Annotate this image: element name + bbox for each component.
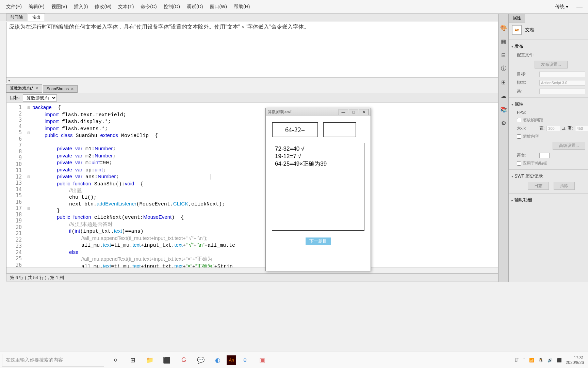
result-line: 19-12=7 √ — [275, 153, 361, 160]
task-view-icon[interactable]: ⊞ — [125, 353, 141, 367]
palette-icon[interactable]: 🎨 — [500, 24, 507, 31]
menu-window[interactable]: 窗口(W) — [206, 2, 230, 11]
swatches-icon[interactable]: ▦ — [500, 37, 507, 45]
minimize-icon[interactable]: — — [574, 2, 585, 11]
script-label: 脚本: — [517, 80, 537, 86]
result-output: 72-32=40 √ 19-12=7 √ 64-25=49×正确为39 — [272, 143, 364, 231]
accessibility-section[interactable]: ▸辅助功能 — [509, 196, 588, 204]
publish-section[interactable]: ▾发布 — [509, 42, 588, 51]
target-bar: 目标: 算数游戏.fla 🔍 ≡ ❓ — [6, 93, 583, 103]
menu-modify[interactable]: 修改(M) — [91, 2, 115, 11]
tray-icon[interactable]: ⬛ — [557, 358, 562, 363]
menu-control[interactable]: 控制(O) — [160, 2, 183, 11]
output-panel: 应该为在运行时可能编辑的任何文本嵌入字体，具有"使用设备字体"设置的文本除外。使… — [6, 22, 583, 83]
stage-label: 舞台: — [517, 152, 537, 158]
explorer-icon[interactable]: 📁 — [142, 353, 158, 367]
file-tab-label: 算数游戏.fla* — [10, 86, 33, 91]
menubar: 文件(F) 编辑(E) 视图(V) 插入(I) 修改(M) 文本(T) 命令(C… — [0, 0, 588, 14]
maximize-button[interactable]: □ — [349, 109, 358, 115]
status-bar: 第 6 行 ( 共 54 行 ) , 第 1 列 — [6, 273, 583, 281]
scale-frame-check[interactable] — [517, 118, 521, 122]
target-select[interactable]: 算数游戏.fla — [23, 94, 57, 102]
tab-timeline[interactable]: 时间轴 — [6, 13, 27, 21]
log-button[interactable]: 日志 — [528, 182, 549, 190]
script-input[interactable] — [539, 80, 585, 86]
library-icon[interactable]: 📚 — [500, 106, 507, 113]
close-button[interactable]: ✕ — [359, 109, 369, 115]
target-input[interactable] — [539, 72, 585, 77]
app-icon[interactable]: G — [176, 353, 192, 367]
dingtalk-icon[interactable]: ◐ — [210, 353, 226, 367]
next-button[interactable]: 下一题目 — [306, 237, 331, 245]
link-icon[interactable]: ⇄ — [562, 126, 566, 131]
transform-icon[interactable]: ⊞ — [500, 78, 507, 86]
clock[interactable]: 17:31 2020/8/26 — [566, 355, 584, 365]
taskbar: 在这里输入你要搜索的内容 ○ ⊞ 📁 ⬛ G 💬 ◐ An e ▣ 拼 ˄ 📶 … — [0, 352, 588, 368]
question-display: 64-22= — [272, 122, 318, 137]
menu-text[interactable]: 文本(T) — [115, 2, 137, 11]
menu-help[interactable]: 帮助(H) — [230, 2, 253, 11]
menu-insert[interactable]: 插入(I) — [70, 2, 91, 11]
volume-icon[interactable]: 🔊 — [548, 358, 553, 363]
properties-panel: 属性 An 文档 ▾发布 配置文件: 发布设置... 目标: 脚本: 类: ▾属… — [508, 14, 588, 282]
animate-icon[interactable]: An — [227, 355, 236, 365]
components-icon[interactable]: ⚙ — [500, 119, 507, 127]
app-icon[interactable]: ▣ — [254, 353, 270, 367]
layout-dropdown[interactable]: 传统 ▾ — [552, 3, 571, 11]
props-section[interactable]: ▾属性 — [509, 100, 588, 109]
publish-settings-button[interactable]: 发布设置... — [535, 61, 567, 68]
swf-preview-window: 算数游戏.swf — □ ✕ 64-22= 72-32=40 √ 19-12=7… — [265, 108, 371, 271]
size-label: 大小: — [517, 125, 537, 131]
pasteboard-check[interactable] — [517, 161, 521, 166]
swf-titlebar[interactable]: 算数游戏.swf — □ ✕ — [266, 108, 371, 116]
width-input[interactable] — [546, 126, 560, 131]
info-icon[interactable]: ⓘ — [500, 65, 507, 72]
config-label: 配置文件: — [517, 52, 537, 58]
clear-button[interactable]: 清除 — [554, 182, 575, 190]
menu-file[interactable]: 文件(F) — [3, 2, 25, 11]
class-input[interactable] — [539, 89, 585, 94]
app-icon[interactable]: ⬛ — [159, 353, 175, 367]
swf-title: 算数游戏.swf — [268, 109, 338, 115]
file-tab-label: SuanShu.as — [47, 87, 69, 91]
menu-view[interactable]: 视图(V) — [48, 2, 71, 11]
file-tab-fla[interactable]: 算数游戏.fla* ✕ — [6, 84, 42, 93]
tray-icon[interactable]: 🐧 — [538, 358, 543, 363]
menu-edit[interactable]: 编辑(E) — [25, 2, 48, 11]
tab-output[interactable]: 输出 — [28, 13, 45, 21]
search-input[interactable]: 在这里输入你要搜索的内容 — [2, 354, 104, 367]
answer-input[interactable] — [323, 122, 356, 137]
line-gutter: 1 2 3 4 5 6 7 8 9 10 11 12 13 14 15 16 1… — [6, 103, 26, 273]
target-label: 目标: — [517, 71, 537, 77]
edge-icon[interactable]: e — [237, 353, 253, 367]
system-tray: 拼 ˄ 📶 🐧 🔊 ⬛ 17:31 2020/8/26 — [515, 355, 588, 365]
ime-indicator[interactable]: 拼 — [515, 357, 519, 363]
height-input[interactable] — [575, 126, 588, 131]
network-icon[interactable]: 📶 — [529, 358, 534, 363]
right-dock: 🎨 ▦ ⊟ ⓘ ⊞ ☁ 📚 ⚙ — [498, 14, 508, 282]
scroll-left-icon[interactable]: ◂ — [6, 78, 11, 82]
output-text: 应该为在运行时可能编辑的任何文本嵌入字体，具有"使用设备字体"设置的文本除外。使… — [6, 22, 583, 32]
document-icon: An — [512, 25, 522, 35]
fps-label: FPS: — [517, 110, 537, 115]
menu-debug[interactable]: 调试(D) — [183, 2, 206, 11]
close-icon[interactable]: ✕ — [71, 87, 74, 91]
advanced-button[interactable]: 高级设置... — [553, 142, 585, 150]
file-tab-as[interactable]: SuanShu.as ✕ — [43, 85, 78, 93]
swf-body: 64-22= 72-32=40 √ 19-12=7 √ 64-25=49×正确为… — [266, 116, 371, 251]
align-icon[interactable]: ⊟ — [500, 51, 507, 59]
cortana-icon[interactable]: ○ — [108, 353, 124, 367]
height-label: 高: — [568, 125, 573, 131]
wechat-icon[interactable]: 💬 — [193, 353, 209, 367]
properties-tab[interactable]: 属性 — [509, 14, 525, 22]
scale-content-check[interactable] — [517, 134, 521, 139]
swf-history-section[interactable]: ▾SWF 历史记录 — [509, 172, 588, 181]
width-label: 宽: — [539, 125, 544, 131]
tray-up-icon[interactable]: ˄ — [523, 358, 525, 363]
menu-command[interactable]: 命令(C) — [137, 2, 160, 11]
close-icon[interactable]: ✕ — [35, 86, 38, 91]
stage-swatch[interactable] — [539, 153, 550, 158]
output-scrollbar-horizontal[interactable]: ◂ ▸ — [6, 77, 577, 83]
cloud-icon[interactable]: ☁ — [500, 92, 507, 99]
minimize-button[interactable]: — — [339, 109, 348, 115]
